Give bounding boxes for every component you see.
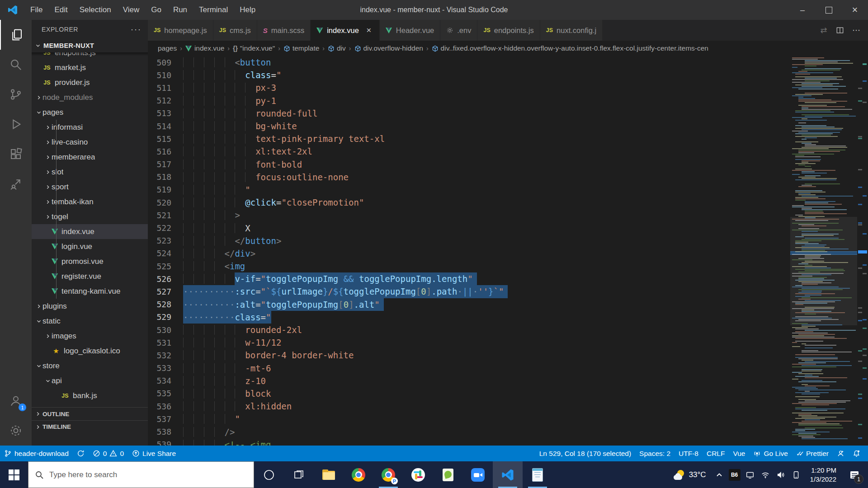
action-center-button[interactable]: 1 [843,461,866,488]
tray-phone[interactable] [788,461,804,488]
menu-edit[interactable]: Edit [48,0,73,20]
tree-item-sport[interactable]: sport [32,179,148,194]
status-sync[interactable] [73,446,89,461]
tray-volume[interactable] [773,461,788,488]
code-line[interactable]: 531 w-11/12 [148,336,790,349]
tree-item-logo_cikaslot.ico[interactable]: ★logo_cikaslot.ico [32,343,148,358]
code-line[interactable]: 521 > [148,209,790,221]
tab-endpoints.js[interactable]: JSendpoints.js [477,20,540,41]
maximize-button[interactable] [816,0,842,20]
code-line[interactable]: 535 block [148,387,790,400]
more-actions-icon[interactable]: ⋯ [849,23,863,38]
menu-file[interactable]: File [24,0,48,20]
tab-Header.vue[interactable]: Header.vue [380,20,440,41]
code-line[interactable]: 520 @click="closePromotion" [148,196,790,209]
tree-item-login.vue[interactable]: login.vue [32,239,148,254]
tree-item-togel[interactable]: togel [32,209,148,224]
activity-live-share[interactable] [0,169,32,199]
taskbar-notepad-plus-plus[interactable] [433,461,463,488]
start-button[interactable] [0,461,28,488]
activity-explorer[interactable] [0,20,33,50]
tree-item-tentang-kami.vue[interactable]: tentang-kami.vue [32,284,148,299]
taskbar-task-view[interactable] [284,461,314,488]
tree-item-memberarea[interactable]: memberarea [32,150,148,164]
breadcrumb-item[interactable]: template [283,44,319,52]
code-line[interactable]: 513 rounded-full [148,107,790,120]
breadcrumb-item[interactable]: {}"index.vue" [233,44,275,52]
status-encoding[interactable]: UTF-8 [675,446,703,461]
taskbar-slack[interactable] [403,461,433,488]
minimize-button[interactable]: – [789,0,816,20]
tree-item-plugins[interactable]: plugins [32,299,148,314]
code-line[interactable]: 515 text-pink-primary text-xl [148,132,790,145]
code-line[interactable]: 533 -mt-6 [148,362,790,375]
status-notifications[interactable] [849,446,864,461]
code-line[interactable]: 527··········:src="`${urlImage}/${toggle… [148,285,790,298]
activity-run-debug[interactable] [0,109,32,139]
code-line[interactable]: 524 </div> [148,247,790,260]
tree-item-store[interactable]: store [32,358,148,373]
status-language[interactable]: Vue [729,446,749,461]
taskbar-vscode[interactable] [493,461,523,488]
minimap[interactable] [790,56,857,446]
close-icon[interactable]: × [364,25,373,35]
tray-display[interactable] [742,461,758,488]
menu-view[interactable]: View [117,0,146,20]
code-line[interactable]: 539 <!-- <img [148,438,790,446]
tree-item-live-casino[interactable]: live-casino [32,135,148,150]
code-line[interactable]: 517 font-bold [148,158,790,171]
code-line[interactable]: 528··········:alt="togglePopupImg[0].alt… [148,298,790,311]
close-button[interactable]: × [842,0,868,20]
status-prettier[interactable]: ✓✓Prettier [792,446,833,461]
outline-section[interactable]: OUTLINE [32,407,148,420]
code-line[interactable]: 523 </button> [148,235,790,247]
taskbar-clock[interactable]: 1:20 PM 1/3/2022 [806,466,841,484]
workspace-section-header[interactable]: MEMBER-NUXT [32,39,148,52]
code-line[interactable]: 509 <button [148,56,790,69]
code-line[interactable]: 518 focus:outline-none [148,171,790,183]
menu-terminal[interactable]: Terminal [193,0,234,20]
code-line[interactable]: 529··········class=" [148,311,790,324]
tree-item-promosi.vue[interactable]: promosi.vue [32,254,148,269]
tree-item-register.vue[interactable]: register.vue [32,269,148,284]
tree-item-pages[interactable]: pages [32,105,148,120]
code-line[interactable]: 510 class=" [148,69,790,81]
activity-search[interactable] [0,50,32,80]
tray-tray-expand[interactable] [712,461,727,488]
tray-tray-app[interactable]: B6 [729,469,741,481]
code-line[interactable]: 522 X [148,221,790,234]
code-line[interactable]: 512 py-1 [148,94,790,107]
tab-cms.js[interactable]: JScms.js [213,20,257,41]
code-line[interactable]: 536 xl:hidden [148,400,790,413]
tray-network[interactable] [758,461,773,488]
code-editor[interactable]: 509 <button510 class="511 px-3512 py-151… [148,56,790,446]
tree-item-node_modules[interactable]: node_modules [32,90,148,105]
activity-source-control[interactable] [0,80,32,109]
taskbar-chrome-profile[interactable]: P [373,461,403,488]
code-line[interactable]: 530 rounded-2xl [148,324,790,336]
taskbar-file-explorer[interactable] [314,461,344,488]
breadcrumb-item[interactable]: pages [158,44,177,52]
menu-help[interactable]: Help [234,0,261,20]
tree-item-api[interactable]: api [32,373,148,388]
status-indentation[interactable]: Spaces: 2 [635,446,675,461]
tree-item-provider.js[interactable]: JSprovider.js [32,75,148,90]
breadcrumb-item[interactable]: div.overflow-hidden [354,44,423,52]
tree-item-static[interactable]: static [32,314,148,328]
more-actions-icon[interactable]: ··· [131,25,142,34]
tab-homepage.js[interactable]: JShomepage.js [148,20,213,41]
tab-nuxt.config.j[interactable]: JSnuxt.config.j [540,20,603,41]
tab-main.scss[interactable]: Smain.scss [257,20,311,41]
tree-item-index.vue[interactable]: index.vue [32,224,148,239]
tree-item-tembak-ikan[interactable]: tembak-ikan [32,194,148,209]
breadcrumb-item[interactable]: index.vue [185,44,224,52]
scrollbar[interactable] [857,56,868,446]
status-live-share[interactable]: Live Share [128,446,180,461]
code-line[interactable]: 537 " [148,413,790,425]
tree-item-informasi[interactable]: informasi [32,120,148,135]
status-feedback[interactable] [833,446,849,461]
open-changes-icon[interactable]: ⇄ [816,23,831,38]
code-line[interactable]: 519 " [148,183,790,196]
activity-settings[interactable] [0,416,32,446]
status-eol[interactable]: CRLF [703,446,729,461]
